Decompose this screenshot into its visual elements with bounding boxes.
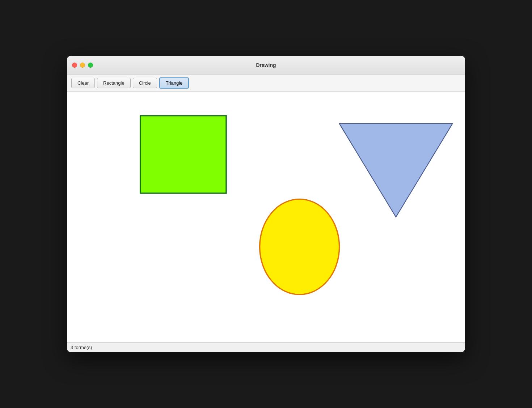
maximize-button[interactable]: [88, 63, 93, 68]
window-title: Drawing: [256, 62, 276, 68]
minimize-button[interactable]: [80, 63, 85, 68]
triangle-button[interactable]: Triangle: [159, 77, 189, 89]
circle-shape[interactable]: [260, 199, 339, 295]
close-button[interactable]: [72, 63, 77, 68]
app-window: Drawing Clear Rectangle Circle Triangle …: [67, 56, 465, 352]
clear-button[interactable]: Clear: [71, 78, 95, 88]
status-bar: 3 forme(s): [67, 342, 465, 352]
traffic-lights: [72, 63, 93, 68]
rectangle-shape[interactable]: [140, 116, 226, 193]
triangle-shape[interactable]: [339, 124, 453, 217]
toolbar: Clear Rectangle Circle Triangle: [67, 75, 465, 92]
rectangle-button[interactable]: Rectangle: [97, 78, 131, 88]
title-bar: Drawing: [67, 56, 465, 75]
circle-button[interactable]: Circle: [133, 78, 157, 88]
status-text: 3 forme(s): [71, 345, 92, 350]
drawing-canvas[interactable]: [67, 92, 465, 342]
svg-canvas: [67, 92, 465, 342]
